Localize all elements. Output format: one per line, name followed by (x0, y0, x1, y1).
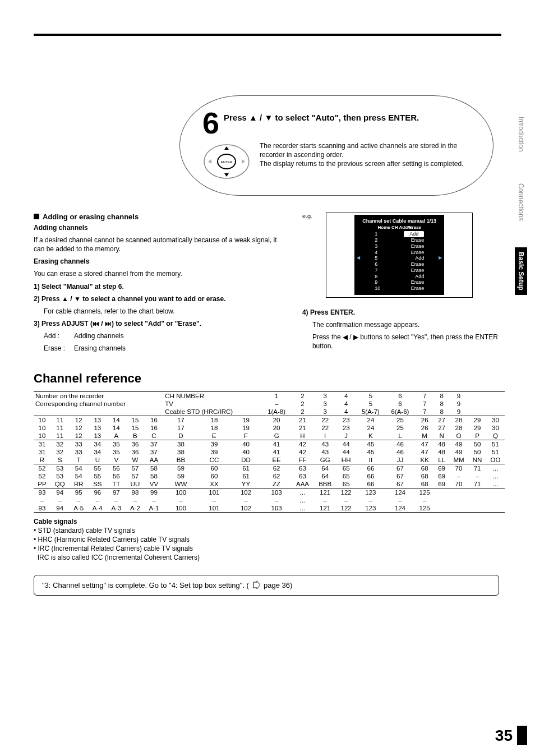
adjust-buttons-icon: ⏮ / ⏭ (93, 320, 112, 328)
adding-erasing-heading: Adding or erasing channels (34, 213, 285, 221)
svg-marker-4 (208, 159, 211, 164)
page-number: 35 (495, 727, 513, 745)
arrow-up-down-icon: ▲ / ▼ (62, 295, 81, 303)
goto-page-icon (252, 581, 260, 589)
page-number-bar (517, 726, 527, 745)
square-bullet-icon (34, 214, 39, 219)
tab-basic-setup: Basic Setup (515, 247, 527, 295)
tab-connections: Connections (515, 179, 527, 225)
enter-label: ENTER (221, 160, 233, 164)
left-column: Adding or erasing channels Adding channe… (34, 213, 285, 357)
cable-signals: Cable signals • STD (standard) cable TV … (34, 517, 507, 563)
channel-reference-table: Number on the recorderCH NUMBER123456789… (34, 391, 507, 514)
callout-text-b: page 36) (264, 581, 292, 589)
cable-signal-std: • STD (standard) cable TV signals (34, 526, 507, 535)
eg-label: e.g. (302, 213, 312, 219)
step-1: 1) Select "Manual" at step 6. (34, 282, 285, 291)
osd-row: 3Erase (359, 243, 440, 250)
right-column: e.g. ◀ ▶ Channel set Cable manual 1/13 H… (302, 213, 507, 357)
top-divider (34, 34, 501, 36)
adding-channels-heading: Adding channels (34, 223, 285, 232)
svg-marker-2 (224, 146, 229, 150)
remote-nav-icon: ENTER (202, 141, 251, 182)
cable-signal-irc: • IRC (Incremental Related Carriers) cab… (34, 544, 507, 553)
step-4: 4) Press ENTER. (302, 308, 507, 317)
step-2: 2) Press ▲ / ▼ to select a channel you w… (34, 294, 285, 303)
completion-callout: "3: Channel setting" is complete. Go to … (34, 575, 499, 596)
osd-screen: ◀ ▶ Channel set Cable manual 1/13 Home C… (354, 215, 444, 295)
osd-row: 6Erase (359, 261, 440, 268)
arrow-left-right-icon: ◀ / ▶ (343, 333, 358, 341)
osd-example-box: ◀ ▶ Channel set Cable manual 1/13 Home C… (326, 213, 473, 298)
add-line: Add :Adding channels (34, 331, 285, 340)
cable-signal-irc-note: IRC is also called ICC (Incremental Cohe… (34, 553, 507, 562)
osd-row: 9Erase (359, 279, 440, 285)
erase-line: Erase :Erasing channels (34, 344, 285, 353)
osd-header: Home CH Add/Erase (359, 225, 440, 230)
step-number: 6 (202, 109, 219, 137)
osd-row: 4Erase (359, 250, 440, 256)
step-2-note: For cable channels, refer to the chart b… (34, 307, 285, 316)
step-title-a: Press (224, 113, 249, 122)
osd-left-arrow-icon: ◀ (357, 255, 360, 260)
adding-channels-text: If a desired channel cannot be scanned a… (34, 236, 285, 253)
step-4-line1: The confirmation message appears. (302, 320, 507, 329)
osd-row: 10Erase (359, 285, 440, 292)
osd-row: 8Add (359, 274, 440, 280)
svg-marker-5 (242, 159, 245, 164)
erasing-channels-heading: Erasing channels (34, 257, 285, 266)
osd-row: 2Erase (359, 237, 440, 243)
step-3: 3) Press ADJUST (⏮ / ⏭) to select "Add" … (34, 319, 285, 328)
arrow-up-down-icon: ▲ / ▼ (249, 113, 273, 122)
step-4-line2: Press the ◀ / ▶ buttons to select "Yes",… (302, 333, 507, 351)
step-title-b: to select "Auto", then press ENTER. (273, 113, 419, 122)
osd-row: 7Erase (359, 268, 440, 274)
osd-right-arrow-icon: ▶ (439, 255, 442, 260)
osd-row: 5Add (359, 255, 440, 261)
erasing-channels-text: You can erase a stored channel from the … (34, 269, 285, 278)
callout-text-a: "3: Channel setting" is complete. Go to … (42, 581, 249, 589)
step-title: Press ▲ / ▼ to select "Auto", then press… (224, 113, 419, 122)
tab-introduction: Introduction (515, 112, 527, 156)
svg-marker-6 (253, 581, 260, 589)
cable-signals-heading: Cable signals (34, 517, 507, 526)
step-6-panel: 6 Press ▲ / ▼ to select "Auto", then pre… (179, 95, 494, 196)
svg-marker-3 (224, 173, 229, 177)
osd-title: Channel set Cable manual 1/13 (359, 218, 440, 224)
cable-signal-hrc: • HRC (Harmonic Related Carriers) cable … (34, 535, 507, 544)
osd-row: 1Add (359, 231, 440, 237)
side-tabs: Introduction Connections Basic Setup (515, 112, 527, 295)
channel-reference-heading: Channel reference (34, 371, 507, 386)
step-body-text: The recorder starts scanning and active … (260, 141, 476, 169)
